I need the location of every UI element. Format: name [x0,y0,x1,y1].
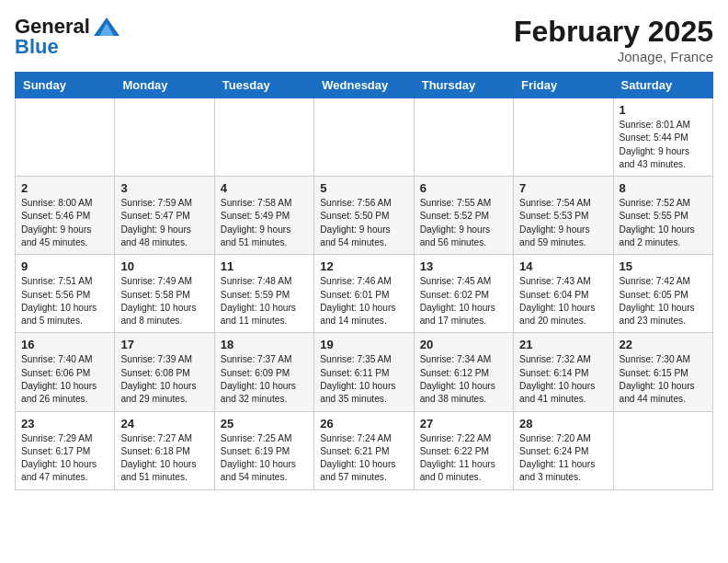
calendar-day-cell: 15Sunrise: 7:42 AM Sunset: 6:05 PM Dayli… [613,255,712,333]
day-info: Sunrise: 7:34 AM Sunset: 6:12 PM Dayligh… [420,353,507,406]
day-info: Sunrise: 7:43 AM Sunset: 6:04 PM Dayligh… [519,275,607,327]
day-info: Sunrise: 7:49 AM Sunset: 5:58 PM Dayligh… [120,275,208,327]
day-number: 16 [21,338,108,351]
day-number: 17 [120,338,208,351]
day-number: 21 [519,338,607,351]
calendar-day-cell: 9Sunrise: 7:51 AM Sunset: 5:56 PM Daylig… [16,255,115,333]
day-info: Sunrise: 7:24 AM Sunset: 6:21 PM Dayligh… [320,432,407,485]
page-header: General Blue February 2025 Jonage, Franc… [15,15,713,64]
calendar-day-cell: 20Sunrise: 7:34 AM Sunset: 6:12 PM Dayli… [414,333,513,411]
day-info: Sunrise: 7:35 AM Sunset: 6:11 PM Dayligh… [320,353,407,406]
day-info: Sunrise: 7:55 AM Sunset: 5:52 PM Dayligh… [420,197,507,249]
day-number: 25 [221,417,308,431]
calendar-day-cell [314,98,414,177]
day-number: 22 [620,338,707,351]
day-info: Sunrise: 7:58 AM Sunset: 5:49 PM Dayligh… [221,197,308,249]
day-number: 23 [21,417,108,431]
day-info: Sunrise: 7:45 AM Sunset: 6:02 PM Dayligh… [420,275,507,327]
logo-icon [94,17,119,36]
logo: General Blue [15,15,119,59]
day-info: Sunrise: 7:22 AM Sunset: 6:22 PM Dayligh… [420,432,507,485]
day-number: 24 [120,417,208,431]
day-info: Sunrise: 8:01 AM Sunset: 5:44 PM Dayligh… [620,119,707,171]
day-info: Sunrise: 7:30 AM Sunset: 6:15 PM Dayligh… [620,353,707,406]
day-info: Sunrise: 8:00 AM Sunset: 5:46 PM Dayligh… [21,197,108,249]
calendar-week-row: 23Sunrise: 7:29 AM Sunset: 6:17 PM Dayli… [16,411,713,489]
calendar-day-cell [514,98,613,177]
day-number: 27 [420,417,507,431]
day-number: 8 [620,181,707,195]
calendar-day-cell: 22Sunrise: 7:30 AM Sunset: 6:15 PM Dayli… [613,333,712,411]
day-info: Sunrise: 7:48 AM Sunset: 5:59 PM Dayligh… [221,275,308,327]
calendar-day-cell: 19Sunrise: 7:35 AM Sunset: 6:11 PM Dayli… [314,333,414,411]
day-info: Sunrise: 7:46 AM Sunset: 6:01 PM Dayligh… [320,275,407,327]
calendar-day-cell: 13Sunrise: 7:45 AM Sunset: 6:02 PM Dayli… [414,255,513,333]
day-info: Sunrise: 7:51 AM Sunset: 5:56 PM Dayligh… [21,275,108,327]
day-number: 9 [21,259,108,273]
calendar-day-cell: 1Sunrise: 8:01 AM Sunset: 5:44 PM Daylig… [613,98,712,177]
calendar-day-cell: 28Sunrise: 7:20 AM Sunset: 6:24 PM Dayli… [514,411,613,489]
logo-blue: Blue [15,35,59,59]
calendar-week-row: 9Sunrise: 7:51 AM Sunset: 5:56 PM Daylig… [16,255,713,333]
calendar: SundayMondayTuesdayWednesdayThursdayFrid… [15,72,713,490]
calendar-day-cell: 27Sunrise: 7:22 AM Sunset: 6:22 PM Dayli… [414,411,513,489]
calendar-day-cell: 26Sunrise: 7:24 AM Sunset: 6:21 PM Dayli… [314,411,414,489]
calendar-day-cell: 2Sunrise: 8:00 AM Sunset: 5:46 PM Daylig… [16,177,115,255]
month-title: February 2025 [514,15,713,49]
day-number: 26 [320,417,407,431]
day-of-week-header: Saturday [613,73,712,98]
calendar-day-cell: 10Sunrise: 7:49 AM Sunset: 5:58 PM Dayli… [115,255,214,333]
day-number: 2 [21,181,108,195]
title-block: February 2025 Jonage, France [514,15,713,64]
day-number: 18 [221,338,308,351]
calendar-day-cell: 12Sunrise: 7:46 AM Sunset: 6:01 PM Dayli… [314,255,414,333]
day-info: Sunrise: 7:25 AM Sunset: 6:19 PM Dayligh… [221,432,308,485]
calendar-week-row: 1Sunrise: 8:01 AM Sunset: 5:44 PM Daylig… [16,98,713,177]
calendar-day-cell: 6Sunrise: 7:55 AM Sunset: 5:52 PM Daylig… [414,177,513,255]
day-number: 4 [221,181,308,195]
day-info: Sunrise: 7:56 AM Sunset: 5:50 PM Dayligh… [320,197,407,249]
day-number: 15 [620,259,707,273]
day-info: Sunrise: 7:54 AM Sunset: 5:53 PM Dayligh… [519,197,607,249]
calendar-day-cell [115,98,214,177]
day-of-week-header: Wednesday [314,73,414,98]
day-info: Sunrise: 7:27 AM Sunset: 6:18 PM Dayligh… [120,432,208,485]
location: Jonage, France [514,49,713,64]
calendar-day-cell: 18Sunrise: 7:37 AM Sunset: 6:09 PM Dayli… [214,333,313,411]
day-number: 12 [320,259,407,273]
day-number: 1 [620,103,707,117]
day-info: Sunrise: 7:40 AM Sunset: 6:06 PM Dayligh… [21,353,108,406]
day-info: Sunrise: 7:32 AM Sunset: 6:14 PM Dayligh… [519,353,607,406]
calendar-day-cell [414,98,513,177]
day-info: Sunrise: 7:20 AM Sunset: 6:24 PM Dayligh… [519,432,607,485]
day-info: Sunrise: 7:39 AM Sunset: 6:08 PM Dayligh… [120,353,208,406]
day-of-week-header: Sunday [16,73,115,98]
day-info: Sunrise: 7:42 AM Sunset: 6:05 PM Dayligh… [620,275,707,327]
day-number: 20 [420,338,507,351]
day-info: Sunrise: 7:29 AM Sunset: 6:17 PM Dayligh… [21,432,108,485]
calendar-day-cell: 5Sunrise: 7:56 AM Sunset: 5:50 PM Daylig… [314,177,414,255]
day-of-week-header: Tuesday [214,73,313,98]
day-number: 5 [320,181,407,195]
day-info: Sunrise: 7:59 AM Sunset: 5:47 PM Dayligh… [120,197,208,249]
day-number: 19 [320,338,407,351]
calendar-day-cell: 8Sunrise: 7:52 AM Sunset: 5:55 PM Daylig… [613,177,712,255]
calendar-day-cell: 16Sunrise: 7:40 AM Sunset: 6:06 PM Dayli… [16,333,115,411]
calendar-day-cell [613,411,712,489]
calendar-day-cell [214,98,313,177]
calendar-day-cell: 25Sunrise: 7:25 AM Sunset: 6:19 PM Dayli… [214,411,313,489]
day-number: 14 [519,259,607,273]
day-number: 11 [221,259,308,273]
calendar-week-row: 2Sunrise: 8:00 AM Sunset: 5:46 PM Daylig… [16,177,713,255]
calendar-day-cell: 21Sunrise: 7:32 AM Sunset: 6:14 PM Dayli… [514,333,613,411]
calendar-day-cell: 3Sunrise: 7:59 AM Sunset: 5:47 PM Daylig… [115,177,214,255]
calendar-header-row: SundayMondayTuesdayWednesdayThursdayFrid… [16,73,713,98]
calendar-day-cell: 7Sunrise: 7:54 AM Sunset: 5:53 PM Daylig… [514,177,613,255]
calendar-day-cell: 23Sunrise: 7:29 AM Sunset: 6:17 PM Dayli… [16,411,115,489]
day-of-week-header: Monday [115,73,214,98]
calendar-day-cell: 17Sunrise: 7:39 AM Sunset: 6:08 PM Dayli… [115,333,214,411]
day-of-week-header: Thursday [414,73,513,98]
day-number: 13 [420,259,507,273]
calendar-week-row: 16Sunrise: 7:40 AM Sunset: 6:06 PM Dayli… [16,333,713,411]
day-info: Sunrise: 7:52 AM Sunset: 5:55 PM Dayligh… [620,197,707,249]
